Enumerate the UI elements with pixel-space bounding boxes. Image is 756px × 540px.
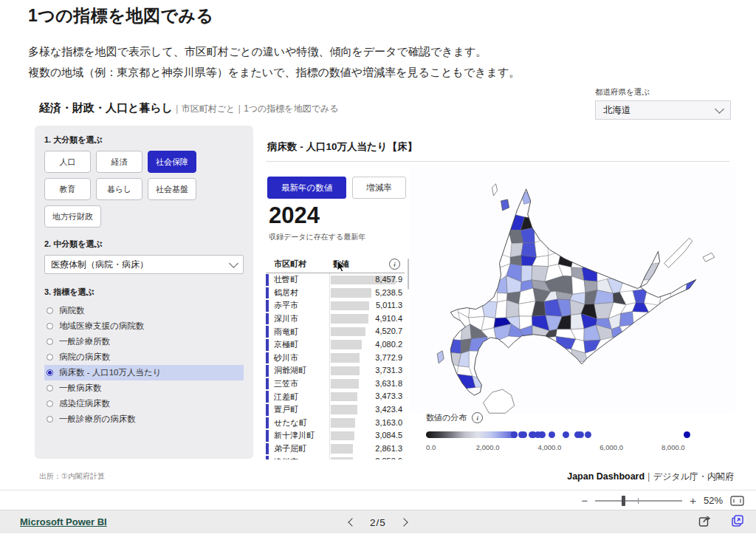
share-icon[interactable] xyxy=(698,514,712,530)
info-icon[interactable]: i xyxy=(389,259,400,270)
value-number: 2,861.3 xyxy=(375,444,402,453)
table-row[interactable]: 三笠市3,631.8 xyxy=(266,377,405,391)
latest-year-caption: 収録データに存在する最新年 xyxy=(269,232,365,242)
value-number: 3,473.3 xyxy=(375,392,402,400)
row-accent-bar xyxy=(266,300,269,312)
value-number: 3,423.4 xyxy=(375,405,402,414)
description-line-2: 複数の地域（例：東京都と神奈川県等）をまたいで、指標の数値や増減率を見ることもで… xyxy=(28,62,520,83)
fit-to-page-icon[interactable] xyxy=(730,496,744,506)
table-row[interactable]: 弟子屈町2,861.3 xyxy=(266,442,405,456)
latest-year-value: 2024 xyxy=(269,202,320,229)
table-row[interactable]: 雨竜町4,520.7 xyxy=(266,325,405,338)
popout-icon[interactable] xyxy=(731,514,744,530)
value-mode-tab[interactable]: 増減率 xyxy=(352,177,406,199)
category-button[interactable]: 教育 xyxy=(44,178,91,200)
table-row[interactable]: 滝川市2,853.9 xyxy=(266,455,405,459)
indicator-radio-item[interactable]: 地域医療支援の病院数 xyxy=(44,318,244,334)
municipality-ranking-table[interactable]: 市区町村 数値 i 壮瞥町8,457.9鶴居村5,238.5赤平市5,011.3… xyxy=(266,256,405,459)
indicator-radio-item[interactable]: 一般診療所数 xyxy=(44,334,244,349)
subcategory-select[interactable]: 医療体制（病院・病床） xyxy=(44,255,244,274)
table-row[interactable]: 置戸町3,423.4 xyxy=(266,403,405,417)
municipality-name: 滝川市 xyxy=(266,457,329,459)
row-accent-bar xyxy=(266,430,269,442)
axis-tick-label: 4,000.0 xyxy=(538,443,562,451)
row-accent-bar xyxy=(266,313,269,325)
zoom-slider[interactable] xyxy=(595,500,682,502)
value-number: 3,163.0 xyxy=(375,418,402,427)
table-row[interactable]: せたな町3,163.0 xyxy=(266,417,405,430)
category-button[interactable]: 人口 xyxy=(44,151,91,173)
indicator-radio-list: 病院数地域医療支援の病院数一般診療所数病院の病床数病床数 - 人口10万人当たり… xyxy=(44,303,244,427)
radio-icon xyxy=(47,400,53,407)
indicator-radio-item[interactable]: 病院数 xyxy=(44,303,244,318)
brand-suffix: ｜デジタル庁・内閣府 xyxy=(645,471,734,482)
value-bar xyxy=(331,327,365,337)
zoom-slider-midpoint xyxy=(638,498,639,504)
step3-label: 3. 指標を選ぶ xyxy=(44,287,244,298)
municipality-name: 新十津川町 xyxy=(266,430,329,441)
municipality-name: 鶴居村 xyxy=(266,287,329,298)
main-visual-panel: 病床数 - 人口10万人当たり【床】 最新年の数値増減率 2024 収録データに… xyxy=(262,126,735,475)
value-number: 3,731.3 xyxy=(375,366,402,375)
zoom-slider-thumb[interactable] xyxy=(622,496,625,506)
table-row[interactable]: 新十津川町3,084.5 xyxy=(266,429,405,442)
info-icon[interactable]: i xyxy=(472,412,483,423)
report-subtitle: ｜市区町村ごと｜1つの指標を地図でみる xyxy=(173,103,338,114)
next-page-button[interactable] xyxy=(399,518,408,526)
table-row[interactable]: 江差町3,473.3 xyxy=(266,390,405,403)
indicator-radio-item[interactable]: 感染症病床数 xyxy=(44,396,244,411)
value-mode-tab[interactable]: 最新年の数値 xyxy=(267,177,346,199)
radio-icon xyxy=(47,385,53,392)
legend-axis-ticks: 0.02,000.04,000.06,000.08,000.0 xyxy=(426,443,693,452)
value-cell: 3,731.3 xyxy=(329,364,405,377)
indicator-radio-item[interactable]: 一般診療所の病床数 xyxy=(44,411,244,427)
municipality-name: 京極町 xyxy=(266,339,329,350)
indicator-radio-item[interactable]: 病床数 - 人口10万人当たり xyxy=(44,365,244,380)
prefecture-select-value: 北海道 xyxy=(603,104,631,117)
municipality-name: 雨竜町 xyxy=(266,327,329,338)
category-button[interactable]: 暮らし xyxy=(96,178,142,200)
indicator-radio-item[interactable]: 病院の病床数 xyxy=(44,349,244,365)
table-row[interactable]: 赤平市5,011.3 xyxy=(266,299,405,312)
table-row[interactable]: 壮瞥町8,457.9 xyxy=(266,273,405,287)
previous-page-button[interactable] xyxy=(348,518,356,526)
table-row[interactable]: 京極町4,080.2 xyxy=(266,338,405,352)
brand-name: Japan Dashboard xyxy=(567,471,645,482)
indicator-label: 病床数 - 人口10万人当たり xyxy=(59,367,162,378)
page-title: 1つの指標を地図でみる xyxy=(28,4,214,27)
value-number: 3,772.9 xyxy=(375,353,402,362)
value-cell: 2,853.9 xyxy=(329,455,405,459)
hokkaido-choropleth-map[interactable] xyxy=(409,168,735,414)
value-bar xyxy=(331,392,357,402)
row-accent-bar xyxy=(266,352,269,364)
value-bar xyxy=(331,301,369,311)
value-cell: 4,080.2 xyxy=(329,338,405,352)
row-accent-bar xyxy=(266,287,269,299)
category-button[interactable]: 地方行財政 xyxy=(44,205,101,228)
page-navigation: 2/5 xyxy=(0,510,756,534)
distribution-dot xyxy=(585,431,591,438)
powerbi-zoom-strip: − + 52% xyxy=(0,490,756,510)
table-row[interactable]: 深川市4,910.4 xyxy=(266,312,405,326)
radio-icon xyxy=(47,307,53,314)
value-number: 4,080.2 xyxy=(375,340,402,349)
category-button[interactable]: 社会基盤 xyxy=(148,178,196,200)
table-row[interactable]: 洞爺湖町3,731.3 xyxy=(266,364,405,377)
table-row[interactable]: 砂川市3,772.9 xyxy=(266,352,405,365)
zoom-out-button[interactable]: − xyxy=(581,495,588,506)
category-button[interactable]: 社会保障 xyxy=(148,151,196,173)
subcategory-select-value: 医療体制（病院・病床） xyxy=(51,259,148,271)
municipality-name: 深川市 xyxy=(266,313,329,324)
prefecture-select[interactable]: 北海道 xyxy=(595,100,731,120)
page-indicator: 2/5 xyxy=(370,517,386,528)
zoom-in-button[interactable]: + xyxy=(690,495,696,506)
zoom-controls: − + 52% xyxy=(581,491,744,510)
mouse-cursor-icon xyxy=(336,260,346,273)
table-row[interactable]: 鶴居村5,238.5 xyxy=(266,287,405,300)
value-bar xyxy=(331,288,371,298)
indicator-radio-item[interactable]: 一般病床数 xyxy=(44,380,244,396)
zoom-percentage: 52% xyxy=(704,495,723,506)
category-button[interactable]: 経済 xyxy=(96,151,142,173)
distribution-gradient xyxy=(426,431,517,438)
value-bar xyxy=(331,444,353,454)
